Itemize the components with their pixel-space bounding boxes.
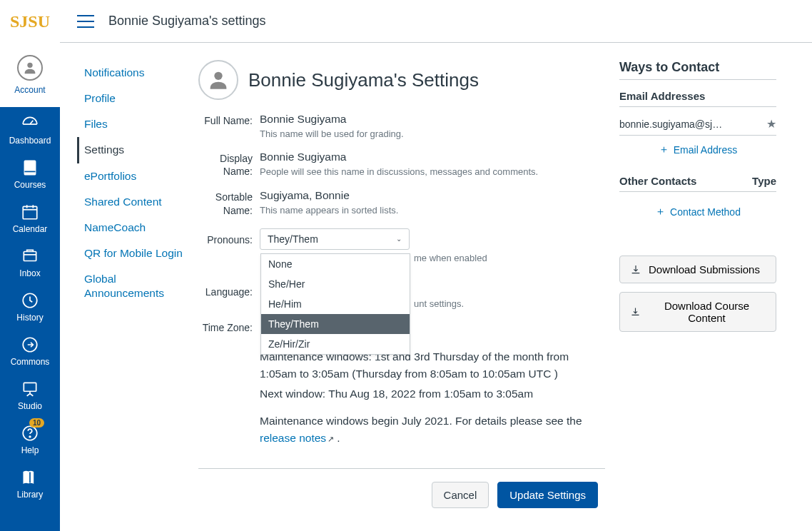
svg-rect-3 [23, 206, 37, 218]
svg-rect-7 [24, 252, 36, 261]
plus-icon: ＋ [659, 143, 669, 156]
settings-content: Bonnie Sugiyama's Settings Full Name: Bo… [198, 60, 619, 531]
nav-calendar[interactable]: Calendar [0, 196, 60, 240]
type-heading: Type [752, 175, 776, 187]
svg-point-12 [29, 436, 31, 438]
page-title: Bonnie Sugiyama's settings [108, 14, 266, 29]
nav-label: Inbox [19, 268, 40, 278]
download-course-content-button[interactable]: Download Course Content [619, 292, 776, 332]
value-display-name: Bonnie Sugiyama [260, 151, 605, 163]
plus-icon: ＋ [655, 205, 666, 218]
right-column: Ways to Contact Email Addresses bonnie.s… [619, 60, 798, 531]
hint-display-name: People will see this name in discussions… [260, 166, 605, 177]
add-contact-method-link[interactable]: ＋ Contact Method [619, 198, 776, 226]
nav-library[interactable]: Library [0, 461, 60, 505]
inbox-icon [21, 247, 39, 266]
subnav-namecoach[interactable]: NameCoach [77, 215, 198, 241]
nav-label: Calendar [13, 224, 48, 234]
nav-studio[interactable]: Studio [0, 373, 60, 417]
other-contacts-heading: Other Contacts [619, 175, 696, 187]
add-email-label: Email Address [674, 144, 737, 156]
logo: SJSU [10, 12, 50, 31]
pronouns-selected: They/Them [268, 233, 318, 245]
language-hint-fragment: unt settings. [414, 298, 464, 309]
release-notes-link[interactable]: release notes [260, 432, 326, 444]
hamburger-menu[interactable] [77, 15, 94, 28]
label-display-name: Display Name: [198, 151, 260, 178]
subnav-notifications[interactable]: Notifications [77, 60, 198, 86]
download-icon [630, 306, 641, 318]
nav-inbox[interactable]: Inbox [0, 240, 60, 284]
maintenance-line2: Next window: Thu Aug 18, 2022 from 1:05a… [260, 385, 605, 403]
hint-full-name: This name will be used for grading. [260, 128, 605, 139]
star-icon[interactable]: ★ [766, 117, 776, 131]
nav-history[interactable]: History [0, 284, 60, 328]
ways-to-contact-heading: Ways to Contact [619, 60, 776, 80]
nav-label: Studio [18, 401, 42, 411]
calendar-icon [21, 203, 39, 221]
nav-label: Courses [14, 180, 46, 190]
clock-icon [21, 291, 39, 310]
row-pronouns: Pronouns: They/Them ⌄ None She/Her He/Hi… [198, 228, 605, 250]
row-display-name: Display Name: Bonnie Sugiyama People wil… [198, 151, 605, 178]
pronouns-dropdown: None She/Her He/Him They/Them Ze/Hir/Zir [260, 253, 410, 355]
subnav-shared-content[interactable]: Shared Content [77, 189, 198, 215]
download-submissions-button[interactable]: Download Submissions [619, 256, 776, 283]
row-maintenance: Maintenance windows: 1st and 3rd Thursda… [198, 345, 605, 447]
external-link-icon: ↗ [328, 435, 334, 443]
settings-heading: Bonnie Sugiyama's Settings [248, 69, 479, 91]
label-pronouns: Pronouns: [198, 232, 260, 246]
subnav-eportfolios[interactable]: ePortfolios [77, 163, 198, 189]
nav-account[interactable]: Account [0, 43, 60, 107]
download-icon [630, 264, 641, 275]
svg-point-14 [214, 72, 222, 80]
nav-courses[interactable]: Courses [0, 151, 60, 196]
svg-rect-10 [24, 383, 36, 391]
main: Notifications Profile Files Settings ePo… [60, 43, 812, 531]
settings-subnav: Notifications Profile Files Settings ePo… [77, 60, 198, 531]
row-full-name: Full Name: Bonnie Sugiyama This name wil… [198, 113, 605, 139]
dashboard-icon [21, 114, 39, 133]
pronouns-option-none[interactable]: None [261, 254, 410, 274]
nav-label: Library [17, 490, 44, 500]
download-course-content-label: Download Course Content [648, 300, 766, 324]
help-badge: 10 [29, 418, 44, 428]
nav-help[interactable]: 10 Help [0, 417, 60, 461]
settings-head: Bonnie Sugiyama's Settings [198, 60, 605, 100]
subnav-profile[interactable]: Profile [77, 86, 198, 111]
nav-label: Dashboard [9, 136, 51, 146]
update-settings-button[interactable]: Update Settings [497, 482, 598, 508]
subnav-files[interactable]: Files [77, 111, 198, 137]
page-header: Bonnie Sugiyama's settings [60, 0, 812, 43]
subnav-settings[interactable]: Settings [77, 137, 198, 163]
add-email-link[interactable]: ＋ Email Address [619, 136, 776, 163]
pronouns-option-he[interactable]: He/Him [261, 294, 410, 314]
label-full-name: Full Name: [198, 113, 260, 127]
maintenance-line3a: Maintenance windows begin July 2021. For… [260, 415, 582, 427]
pronouns-option-she[interactable]: She/Her [261, 274, 410, 294]
divider [198, 468, 605, 469]
hint-sortable-name: This name appears in sorted lists. [260, 205, 605, 216]
label-language: Language: [198, 284, 260, 298]
subnav-qr-mobile[interactable]: QR for Mobile Login [77, 241, 198, 266]
email-address: bonnie.sugiyama@sj… [619, 118, 722, 130]
pronouns-select[interactable]: They/Them ⌄ None She/Her He/Him They/The… [260, 228, 410, 250]
row-sortable-name: Sortable Name: Sugiyama, Bonnie This nam… [198, 189, 605, 216]
cancel-button[interactable]: Cancel [432, 482, 489, 508]
add-contact-method-label: Contact Method [670, 206, 741, 218]
profile-avatar[interactable] [198, 60, 238, 100]
svg-point-0 [27, 63, 32, 68]
pronouns-hint-fragment: me when enabled [414, 253, 487, 263]
chevron-down-icon: ⌄ [396, 235, 402, 243]
email-row: bonnie.sugiyama@sj… ★ [619, 113, 776, 136]
subnav-global-announcements[interactable]: Global Announcements [77, 266, 198, 306]
book-icon [21, 158, 39, 177]
nav-dashboard[interactable]: Dashboard [0, 107, 60, 151]
pronouns-option-they[interactable]: They/Them [261, 314, 410, 334]
nav-account-label: Account [14, 85, 45, 95]
nav-commons[interactable]: Commons [0, 328, 60, 373]
email-addresses-heading: Email Addresses [619, 90, 776, 107]
avatar-icon [17, 55, 43, 81]
global-nav: SJSU Account Dashboard Courses Calendar … [0, 0, 60, 531]
pronouns-option-ze[interactable]: Ze/Hir/Zir [261, 334, 410, 354]
